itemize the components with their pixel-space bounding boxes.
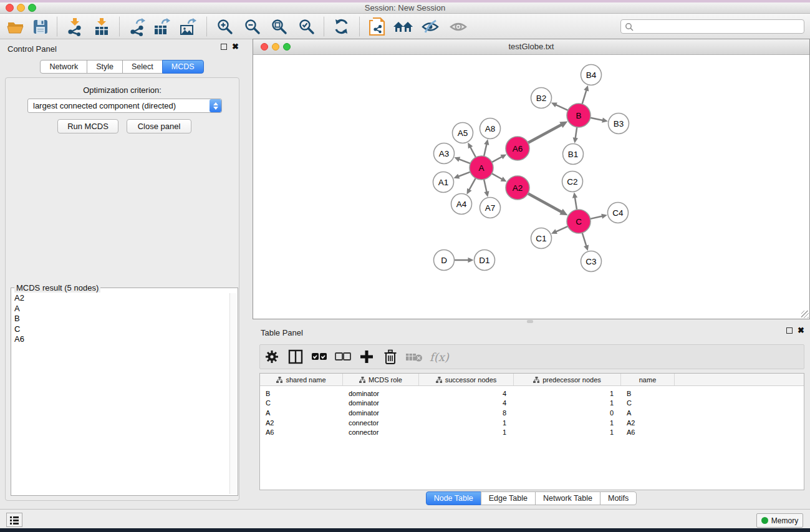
edge-C-C1[interactable] (556, 226, 567, 232)
mcds-result-item[interactable]: A (12, 304, 229, 314)
delete-column-button[interactable] (378, 349, 402, 365)
cell-predecessor-nodes[interactable]: 1 (514, 419, 621, 427)
zoom-in-button[interactable] (213, 16, 237, 38)
cell-shared-name[interactable]: A (260, 409, 343, 417)
edge-B-B4[interactable] (582, 90, 587, 104)
show-column-panel-button[interactable] (284, 349, 307, 364)
export-table-button[interactable] (150, 16, 173, 38)
column-header-mcds-role[interactable]: MCDS role (343, 374, 419, 385)
cell-shared-name[interactable]: A2 (260, 419, 343, 427)
cell-name[interactable]: A6 (621, 428, 675, 436)
edge-B-B3[interactable] (591, 118, 603, 120)
cell-successor-nodes[interactable]: 1 (419, 428, 514, 436)
edge-A2-C[interactable] (528, 193, 562, 212)
network-view-window[interactable]: testGlobe.txt AA1A2A3A4A5A6A7A8BB1B2B3B4… (253, 39, 810, 319)
open-session-button[interactable] (4, 16, 27, 38)
close-table-panel-icon[interactable]: ✖ (798, 327, 804, 334)
tab-select[interactable]: Select (122, 60, 163, 74)
table-row[interactable]: Bdominator41B (260, 389, 804, 399)
network-canvas[interactable]: AA1A2A3A4A5A6A7A8BB1B2B3B4CC1C2C3C4DD1 (253, 55, 809, 319)
cell-predecessor-nodes[interactable]: 1 (514, 390, 621, 397)
refresh-button[interactable] (330, 16, 354, 38)
tab-node-table[interactable]: Node Table (426, 491, 481, 505)
tab-network[interactable]: Network (40, 60, 87, 74)
edge-B-B1[interactable] (576, 127, 577, 138)
column-header-predecessor-nodes[interactable]: predecessor nodes (514, 374, 621, 385)
cell-successor-nodes[interactable]: 4 (419, 390, 514, 397)
edge-A-A2[interactable] (492, 173, 503, 179)
close-panel-button[interactable]: Close panel (127, 119, 191, 133)
cell-name[interactable]: C (621, 399, 675, 407)
criterion-select[interactable]: largest connected component (directed) (27, 99, 222, 113)
edge-A-A3[interactable] (459, 159, 470, 163)
edge-A-A8[interactable] (484, 144, 486, 157)
zoom-out-button[interactable] (241, 16, 264, 38)
cell-successor-nodes[interactable]: 4 (419, 399, 514, 407)
tab-mcds[interactable]: MCDS (162, 60, 204, 74)
mcds-result-item[interactable]: A6 (12, 334, 229, 345)
save-session-button[interactable] (29, 16, 52, 38)
cell-mcds-role[interactable]: connector (343, 428, 419, 436)
table-row[interactable]: A6connector11A6 (260, 427, 804, 437)
run-mcds-button[interactable]: Run MCDS (57, 119, 118, 133)
tab-edge-table[interactable]: Edge Table (481, 491, 536, 505)
cell-predecessor-nodes[interactable]: 1 (514, 428, 621, 436)
cell-name[interactable]: A2 (621, 419, 675, 427)
window-resize-grip[interactable] (801, 311, 809, 318)
cell-mcds-role[interactable]: dominator (343, 399, 419, 407)
result-list-scrollbar[interactable] (229, 293, 237, 494)
column-header-shared-name[interactable]: shared name (260, 374, 343, 385)
select-stepper-icon[interactable] (210, 99, 221, 112)
mcds-result-item[interactable]: C (12, 324, 229, 335)
import-table-button[interactable] (90, 16, 113, 38)
cell-mcds-role[interactable]: connector (343, 419, 419, 427)
edge-A6-B[interactable] (528, 125, 562, 143)
table-settings-button[interactable] (260, 349, 284, 364)
unselect-all-columns-button[interactable] (331, 352, 355, 361)
float-table-panel-icon[interactable] (786, 327, 793, 334)
edge-A-A7[interactable] (484, 180, 486, 193)
home-view-button[interactable] (392, 16, 415, 38)
edge-C-C2[interactable] (575, 197, 577, 210)
cell-shared-name[interactable]: B (260, 390, 343, 397)
export-image-button[interactable] (176, 16, 200, 38)
edge-B-B2[interactable] (556, 105, 568, 110)
tab-motifs[interactable]: Motifs (600, 491, 637, 505)
main-titlebar[interactable]: Session: New Session (0, 2, 810, 14)
zoom-selected-button[interactable] (295, 16, 319, 38)
import-network-button[interactable] (63, 16, 87, 38)
edge-A-A6[interactable] (492, 157, 503, 162)
cell-shared-name[interactable]: A6 (260, 428, 343, 436)
table-row[interactable]: Adominator80A (260, 408, 804, 418)
cell-successor-nodes[interactable]: 8 (419, 409, 514, 417)
table-row[interactable]: A2connector11A2 (260, 418, 804, 428)
edge-A-A5[interactable] (470, 147, 476, 157)
column-header-name[interactable]: name (621, 374, 675, 385)
cell-predecessor-nodes[interactable]: 0 (514, 409, 621, 417)
select-all-columns-button[interactable] (307, 352, 331, 361)
cell-mcds-role[interactable]: dominator (343, 409, 419, 417)
tab-style[interactable]: Style (87, 60, 123, 74)
cell-mcds-role[interactable]: dominator (343, 390, 419, 397)
hide-details-button[interactable] (418, 16, 442, 38)
cell-name[interactable]: A (621, 409, 675, 417)
cell-name[interactable]: B (621, 390, 675, 397)
edge-C-C4[interactable] (591, 216, 603, 219)
mcds-result-item[interactable]: B (12, 314, 229, 324)
export-network-button[interactable] (125, 16, 149, 38)
edge-A-A4[interactable] (469, 178, 476, 190)
network-window-titlebar[interactable]: testGlobe.txt (253, 39, 809, 55)
float-panel-icon[interactable] (221, 44, 227, 50)
close-panel-icon[interactable]: ✖ (232, 44, 239, 50)
mcds-result-item[interactable]: A2 (12, 293, 229, 304)
search-input[interactable] (634, 21, 804, 32)
search-field[interactable] (620, 19, 804, 34)
network-from-file-button[interactable] (365, 16, 389, 38)
network-graph[interactable]: AA1A2A3A4A5A6A7A8BB1B2B3B4CC1C2C3C4DD1 (253, 55, 809, 319)
column-header-successor-nodes[interactable]: successor nodes (419, 374, 514, 385)
task-history-button[interactable] (6, 513, 22, 527)
add-column-button[interactable] (355, 349, 378, 364)
tab-network-table[interactable]: Network Table (535, 491, 600, 505)
cell-successor-nodes[interactable]: 1 (419, 419, 514, 427)
edge-C-C3[interactable] (582, 233, 587, 246)
